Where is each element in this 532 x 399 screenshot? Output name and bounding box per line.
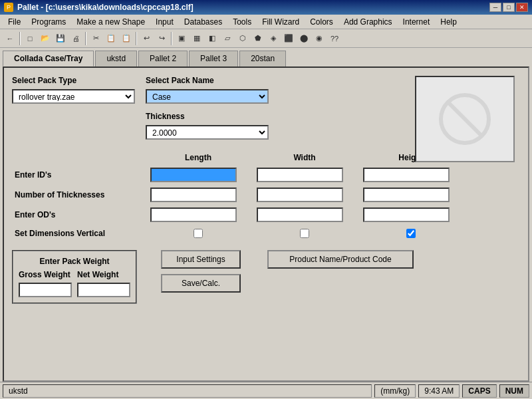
dims-ods-width: 238.9500	[254, 206, 355, 223]
svg-line-1	[449, 103, 481, 135]
menu-item-programs[interactable]: Programs	[26, 16, 71, 28]
toolbar-b10[interactable]: ◉	[312, 31, 327, 46]
ods-length-input[interactable]: 386.6500	[150, 207, 237, 222]
app-icon: P	[4, 3, 13, 12]
toolbar-b8[interactable]: ⬛	[281, 31, 296, 46]
tabs-bar: Collada Case/Tray ukstd Pallet 2 Pallet …	[0, 48, 532, 66]
toolbar-back[interactable]: ←	[3, 31, 17, 46]
tab-20stan[interactable]: 20stan	[239, 51, 286, 66]
toolbar-undo[interactable]: ↩	[139, 31, 154, 46]
menu-item-file[interactable]: File	[3, 16, 26, 28]
toolbar-b7[interactable]: ◈	[266, 31, 281, 46]
thick-width-input[interactable]: 2.0	[257, 188, 343, 202]
toolbar-paste[interactable]: 📋	[119, 31, 134, 46]
dims-ids-length: 374.6500	[148, 166, 249, 184]
preview-icon	[438, 92, 491, 146]
title-bar: P Pallet - [c:\users\kika\downloads\cpcc…	[0, 0, 532, 15]
toolbar-sep-1	[19, 32, 21, 45]
toolbar-b3[interactable]: ◧	[205, 31, 219, 46]
net-weight-label: Net Weight	[77, 270, 130, 279]
menu-item-help[interactable]: Help	[435, 16, 462, 28]
dims-ids-width: 234.9500	[254, 166, 355, 184]
dims-vertical-label: Set Dimensions Vertical	[12, 225, 145, 242]
gross-weight-input[interactable]: 1.5000	[19, 283, 72, 297]
product-code-button[interactable]: Product Name/Product Code	[267, 250, 414, 269]
ids-length-input[interactable]: 374.6500	[150, 168, 237, 182]
menu-item-tools[interactable]: Tools	[227, 16, 257, 28]
toolbar-sep-4	[171, 32, 172, 45]
dims-header-width: Width	[251, 150, 358, 165]
thick-length-input[interactable]: 6.0	[150, 188, 237, 202]
vert-length-checkbox[interactable]	[194, 229, 203, 238]
status-unit: (mm/kg)	[374, 384, 416, 398]
tab-collada[interactable]: Collada Case/Tray	[3, 51, 94, 66]
status-time: 9:43 AM	[418, 384, 460, 398]
window-title: Pallet - [c:\users\kika\downloads\cpccap…	[17, 3, 194, 12]
tab-pallet3[interactable]: Pallet 3	[189, 51, 238, 66]
toolbar-b5[interactable]: ⬡	[235, 31, 250, 46]
menu-item-input[interactable]: Input	[150, 16, 179, 28]
toolbar-new[interactable]: □	[23, 31, 37, 46]
menu-item-internet[interactable]: Internet	[398, 16, 436, 28]
toolbar-b6[interactable]: ⬟	[251, 31, 265, 46]
dims-thick-height: 2.0	[360, 186, 462, 203]
ods-width-input[interactable]: 238.9500	[257, 207, 343, 222]
vert-width-checkbox[interactable]	[300, 229, 309, 238]
bottom-section: Enter Pack Weight Gross Weight 1.5000 Ne…	[12, 250, 520, 304]
dims-thicknesses-label: Number of Thicknesses	[12, 185, 145, 205]
toolbar-b9[interactable]: ⬤	[297, 31, 311, 46]
pack-type-group: Select Pack Type rollover tray.zae	[12, 76, 135, 104]
input-settings-button[interactable]: Input Settings	[161, 250, 241, 269]
maximize-button[interactable]: □	[503, 3, 515, 12]
dims-header-empty	[12, 150, 145, 165]
toolbar-cut[interactable]: ✂	[88, 31, 103, 46]
dims-thick-length: 6.0	[148, 186, 249, 203]
action-buttons: Input Settings Product Name/Product Code…	[161, 250, 414, 293]
weight-box: Enter Pack Weight Gross Weight 1.5000 Ne…	[12, 250, 137, 304]
dims-enter-ids-label: Enter ID's	[12, 165, 145, 185]
toolbar-save[interactable]: 💾	[53, 31, 68, 46]
pack-type-label: Select Pack Type	[12, 76, 135, 85]
thickness-select[interactable]: 2.0000	[146, 125, 269, 140]
minimize-button[interactable]: ─	[489, 3, 501, 12]
toolbar-open[interactable]: 📂	[38, 31, 53, 46]
menu-item-colors[interactable]: Colors	[305, 16, 338, 28]
close-button[interactable]: ✕	[516, 3, 528, 12]
main-content: Select Pack Type rollover tray.zae Selec…	[3, 66, 529, 382]
dims-enter-ods-label: Enter OD's	[12, 205, 145, 225]
vert-height-checkbox[interactable]	[406, 229, 416, 238]
dims-vert-length-check	[148, 226, 249, 241]
toolbar-b4[interactable]: ▱	[220, 31, 235, 46]
status-caps: CAPS	[462, 384, 496, 398]
ids-width-input[interactable]: 234.9500	[257, 168, 343, 182]
tab-pallet2[interactable]: Pallet 2	[138, 51, 188, 66]
top-form-row: Select Pack Type rollover tray.zae Selec…	[12, 76, 520, 140]
menu-item-databases[interactable]: Databases	[179, 16, 227, 28]
pack-name-label: Select Pack Name	[146, 76, 269, 85]
net-weight-input[interactable]: 1.0000	[77, 283, 130, 297]
dims-ods-height: 134.1750	[360, 206, 462, 223]
menu-item-make-a-new-shape[interactable]: Make a new Shape	[71, 16, 150, 28]
toolbar-redo[interactable]: ↪	[154, 31, 169, 46]
dims-vert-height-check	[360, 226, 462, 241]
pack-name-select[interactable]: Case	[146, 89, 269, 104]
dims-thick-width: 2.0	[254, 186, 355, 203]
tab-ukstd[interactable]: ukstd	[95, 51, 137, 66]
toolbar: ← □ 📂 💾 🖨 ✂ 📋 📋 ↩ ↪ ▣ ▦ ◧ ▱ ⬡ ⬟ ◈ ⬛ ⬤ ◉ …	[0, 29, 532, 48]
top-buttons-row: Input Settings Product Name/Product Code	[161, 250, 414, 269]
toolbar-copy[interactable]: 📋	[104, 31, 118, 46]
window-controls: ─ □ ✕	[489, 3, 528, 12]
toolbar-b2[interactable]: ▦	[190, 31, 204, 46]
menu-item-add-graphics[interactable]: Add Graphics	[338, 16, 398, 28]
toolbar-print[interactable]: 🖨	[68, 31, 83, 46]
weight-fields: Gross Weight 1.5000 Net Weight 1.0000	[19, 270, 130, 297]
menu-item-fill-wizard[interactable]: Fill Wizard	[257, 16, 305, 28]
toolbar-b1[interactable]: ▣	[174, 31, 189, 46]
save-calc-button[interactable]: Save/Calc.	[161, 274, 241, 293]
thickness-label: Thickness	[146, 112, 269, 121]
pack-type-select[interactable]: rollover tray.zae	[12, 89, 135, 104]
ids-height-input[interactable]: 130.1750	[363, 168, 450, 182]
thick-height-input[interactable]: 2.0	[363, 188, 450, 202]
toolbar-help1[interactable]: ??	[327, 31, 342, 46]
ods-height-input[interactable]: 134.1750	[363, 207, 450, 222]
